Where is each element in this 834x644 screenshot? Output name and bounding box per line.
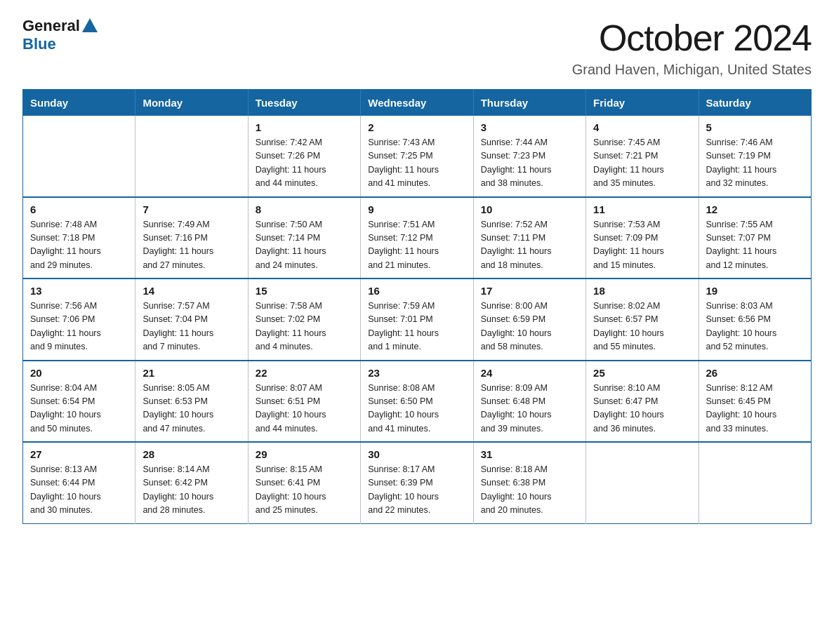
calendar-title: October 2024 — [572, 17, 812, 59]
day-info: Sunrise: 7:58 AMSunset: 7:02 PMDaylight:… — [256, 300, 353, 354]
calendar-day-cell: 19Sunrise: 8:03 AMSunset: 6:56 PMDayligh… — [699, 279, 811, 361]
calendar-day-cell: 14Sunrise: 7:57 AMSunset: 7:04 PMDayligh… — [135, 279, 248, 361]
calendar-day-cell: 1Sunrise: 7:42 AMSunset: 7:26 PMDaylight… — [248, 116, 360, 197]
calendar-day-cell: 25Sunrise: 8:10 AMSunset: 6:47 PMDayligh… — [586, 361, 699, 443]
day-number: 10 — [481, 203, 578, 215]
calendar-day-cell: 17Sunrise: 8:00 AMSunset: 6:59 PMDayligh… — [473, 279, 585, 361]
day-info: Sunrise: 8:10 AMSunset: 6:47 PMDaylight:… — [593, 382, 691, 436]
day-number: 5 — [706, 121, 804, 133]
logo: General Blue — [22, 17, 98, 53]
day-info: Sunrise: 7:49 AMSunset: 7:16 PMDaylight:… — [143, 218, 240, 273]
day-of-week-header: Sunday — [23, 90, 135, 116]
day-number: 8 — [256, 203, 353, 215]
calendar-day-cell: 24Sunrise: 8:09 AMSunset: 6:48 PMDayligh… — [473, 361, 585, 443]
day-info: Sunrise: 8:04 AMSunset: 6:54 PMDaylight:… — [30, 382, 128, 436]
calendar-week-row: 13Sunrise: 7:56 AMSunset: 7:06 PMDayligh… — [23, 279, 812, 361]
calendar-day-cell: 15Sunrise: 7:58 AMSunset: 7:02 PMDayligh… — [248, 279, 360, 361]
day-number: 4 — [593, 121, 691, 133]
day-number: 7 — [143, 203, 240, 215]
calendar-day-cell: 9Sunrise: 7:51 AMSunset: 7:12 PMDaylight… — [361, 197, 473, 279]
calendar-day-cell — [586, 442, 699, 523]
calendar-day-cell: 30Sunrise: 8:17 AMSunset: 6:39 PMDayligh… — [361, 442, 473, 523]
calendar-day-cell: 7Sunrise: 7:49 AMSunset: 7:16 PMDaylight… — [135, 197, 248, 279]
calendar-day-cell: 21Sunrise: 8:05 AMSunset: 6:53 PMDayligh… — [135, 361, 248, 443]
day-of-week-header: Thursday — [473, 90, 585, 116]
day-number: 19 — [706, 285, 804, 297]
day-number: 9 — [368, 203, 465, 215]
calendar-day-cell: 18Sunrise: 8:02 AMSunset: 6:57 PMDayligh… — [586, 279, 699, 361]
day-info: Sunrise: 8:02 AMSunset: 6:57 PMDaylight:… — [593, 300, 691, 354]
day-number: 22 — [256, 367, 353, 379]
day-info: Sunrise: 7:57 AMSunset: 7:04 PMDaylight:… — [143, 300, 240, 354]
day-info: Sunrise: 8:00 AMSunset: 6:59 PMDaylight:… — [481, 300, 578, 354]
day-info: Sunrise: 7:50 AMSunset: 7:14 PMDaylight:… — [256, 218, 353, 273]
header: General Blue October 2024 Grand Haven, M… — [22, 17, 812, 78]
day-number: 12 — [706, 203, 804, 215]
logo-triangle-icon — [82, 18, 98, 32]
day-number: 24 — [481, 367, 578, 379]
calendar-day-cell: 11Sunrise: 7:53 AMSunset: 7:09 PMDayligh… — [586, 197, 699, 279]
calendar-day-cell: 29Sunrise: 8:15 AMSunset: 6:41 PMDayligh… — [248, 442, 360, 523]
day-number: 21 — [143, 367, 240, 379]
day-info: Sunrise: 7:43 AMSunset: 7:25 PMDaylight:… — [368, 136, 465, 191]
calendar-week-row: 27Sunrise: 8:13 AMSunset: 6:44 PMDayligh… — [23, 442, 812, 523]
calendar-day-cell: 20Sunrise: 8:04 AMSunset: 6:54 PMDayligh… — [23, 361, 135, 443]
day-info: Sunrise: 7:46 AMSunset: 7:19 PMDaylight:… — [706, 136, 804, 191]
day-info: Sunrise: 7:56 AMSunset: 7:06 PMDaylight:… — [30, 300, 128, 354]
day-number: 14 — [143, 285, 240, 297]
calendar-day-cell: 13Sunrise: 7:56 AMSunset: 7:06 PMDayligh… — [23, 279, 135, 361]
day-of-week-header: Monday — [135, 90, 248, 116]
day-number: 13 — [30, 285, 128, 297]
day-info: Sunrise: 7:55 AMSunset: 7:07 PMDaylight:… — [706, 218, 804, 273]
calendar-table: SundayMondayTuesdayWednesdayThursdayFrid… — [22, 89, 812, 524]
calendar-day-cell: 26Sunrise: 8:12 AMSunset: 6:45 PMDayligh… — [699, 361, 811, 443]
calendar-day-cell: 4Sunrise: 7:45 AMSunset: 7:21 PMDaylight… — [586, 116, 699, 197]
day-info: Sunrise: 7:59 AMSunset: 7:01 PMDaylight:… — [368, 300, 465, 354]
day-info: Sunrise: 7:42 AMSunset: 7:26 PMDaylight:… — [256, 136, 353, 191]
day-info: Sunrise: 7:51 AMSunset: 7:12 PMDaylight:… — [368, 218, 465, 273]
calendar-day-cell: 22Sunrise: 8:07 AMSunset: 6:51 PMDayligh… — [248, 361, 360, 443]
calendar-day-cell: 2Sunrise: 7:43 AMSunset: 7:25 PMDaylight… — [361, 116, 473, 197]
day-number: 30 — [368, 448, 465, 460]
day-info: Sunrise: 7:48 AMSunset: 7:18 PMDaylight:… — [30, 218, 128, 273]
day-number: 23 — [368, 367, 465, 379]
calendar-day-cell: 8Sunrise: 7:50 AMSunset: 7:14 PMDaylight… — [248, 197, 360, 279]
day-number: 1 — [256, 121, 353, 133]
day-info: Sunrise: 8:08 AMSunset: 6:50 PMDaylight:… — [368, 382, 465, 436]
day-number: 16 — [368, 285, 465, 297]
day-number: 28 — [143, 448, 240, 460]
day-info: Sunrise: 8:09 AMSunset: 6:48 PMDaylight:… — [481, 382, 578, 436]
day-info: Sunrise: 8:13 AMSunset: 6:44 PMDaylight:… — [30, 463, 128, 518]
day-info: Sunrise: 8:05 AMSunset: 6:53 PMDaylight:… — [143, 382, 240, 436]
logo-general-text: General — [22, 17, 80, 35]
calendar-day-cell: 28Sunrise: 8:14 AMSunset: 6:42 PMDayligh… — [135, 442, 248, 523]
calendar-day-cell: 16Sunrise: 7:59 AMSunset: 7:01 PMDayligh… — [361, 279, 473, 361]
day-info: Sunrise: 7:52 AMSunset: 7:11 PMDaylight:… — [481, 218, 578, 273]
calendar-day-cell: 31Sunrise: 8:18 AMSunset: 6:38 PMDayligh… — [473, 442, 585, 523]
day-number: 20 — [30, 367, 128, 379]
day-of-week-header: Wednesday — [361, 90, 473, 116]
day-info: Sunrise: 8:07 AMSunset: 6:51 PMDaylight:… — [256, 382, 353, 436]
calendar-day-cell — [699, 442, 811, 523]
day-number: 18 — [593, 285, 691, 297]
calendar-week-row: 1Sunrise: 7:42 AMSunset: 7:26 PMDaylight… — [23, 116, 812, 197]
day-info: Sunrise: 7:45 AMSunset: 7:21 PMDaylight:… — [593, 136, 691, 191]
day-number: 31 — [481, 448, 578, 460]
calendar-day-cell: 5Sunrise: 7:46 AMSunset: 7:19 PMDaylight… — [699, 116, 811, 197]
day-info: Sunrise: 8:18 AMSunset: 6:38 PMDaylight:… — [481, 463, 578, 518]
calendar-day-cell: 27Sunrise: 8:13 AMSunset: 6:44 PMDayligh… — [23, 442, 135, 523]
day-of-week-header: Tuesday — [248, 90, 360, 116]
calendar-day-cell — [135, 116, 248, 197]
calendar-day-cell: 12Sunrise: 7:55 AMSunset: 7:07 PMDayligh… — [699, 197, 811, 279]
svg-marker-0 — [82, 18, 98, 32]
day-info: Sunrise: 7:44 AMSunset: 7:23 PMDaylight:… — [481, 136, 578, 191]
day-info: Sunrise: 8:03 AMSunset: 6:56 PMDaylight:… — [706, 300, 804, 354]
day-info: Sunrise: 7:53 AMSunset: 7:09 PMDaylight:… — [593, 218, 691, 273]
day-number: 2 — [368, 121, 465, 133]
day-number: 25 — [593, 367, 691, 379]
day-number: 29 — [256, 448, 353, 460]
day-number: 11 — [593, 203, 691, 215]
day-info: Sunrise: 8:12 AMSunset: 6:45 PMDaylight:… — [706, 382, 804, 436]
day-of-week-header: Saturday — [699, 90, 811, 116]
day-number: 3 — [481, 121, 578, 133]
